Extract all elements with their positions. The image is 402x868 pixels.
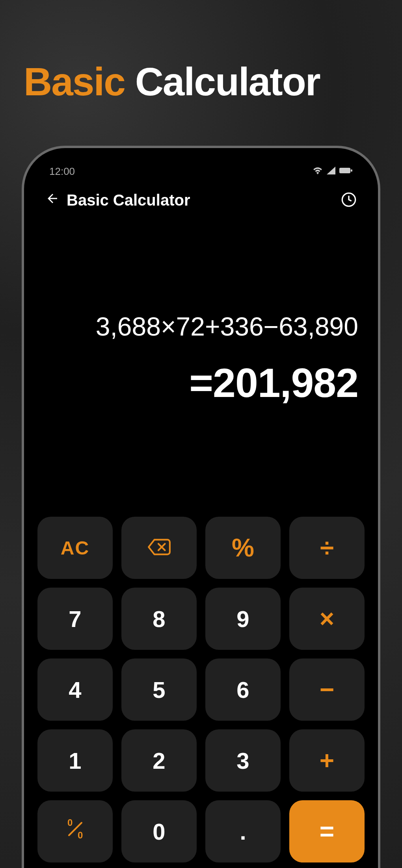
key-5[interactable]: 5 [121, 658, 197, 721]
key-fraction[interactable]: 0 0 [37, 800, 113, 862]
key-9[interactable]: 9 [205, 588, 281, 650]
promo-title: Basic Calculator [0, 0, 402, 104]
status-time: 12:00 [49, 165, 75, 178]
key-multiply[interactable]: × [289, 588, 365, 650]
key-4[interactable]: 4 [37, 658, 113, 721]
key-8[interactable]: 8 [121, 588, 197, 650]
multiply-icon: × [320, 604, 334, 633]
fraction-icon: 0 0 [63, 817, 87, 846]
plus-icon: + [320, 746, 334, 775]
key-plus[interactable]: + [289, 729, 365, 792]
key-divide[interactable]: ÷ [289, 517, 365, 579]
svg-text:0: 0 [67, 817, 73, 828]
key-equals[interactable]: = [289, 800, 365, 862]
key-0[interactable]: 0 [121, 800, 197, 862]
svg-rect-0 [339, 168, 350, 173]
key-1[interactable]: 1 [37, 729, 113, 792]
battery-icon [339, 167, 353, 176]
svg-text:0: 0 [78, 830, 83, 840]
keypad: AC % ÷ 7 8 9 × 4 5 6 − 1 2 3 + [30, 513, 372, 862]
key-percent[interactable]: % [205, 517, 281, 579]
minus-icon: − [320, 675, 334, 704]
key-dot[interactable]: . [205, 800, 281, 862]
display-area: 3,688×72+336−63,890 =201,982 [30, 219, 372, 513]
key-6[interactable]: 6 [205, 658, 281, 721]
promo-accent: Basic [24, 59, 125, 104]
percent-icon: % [232, 533, 254, 562]
status-icons [313, 167, 353, 176]
backspace-icon [147, 535, 171, 561]
phone-screen: 12:00 Basic Calculator [30, 154, 372, 862]
status-bar: 12:00 [30, 154, 372, 181]
key-minus[interactable]: − [289, 658, 365, 721]
app-header: Basic Calculator [30, 181, 372, 219]
expression-text: 3,688×72+336−63,890 [44, 310, 358, 344]
back-arrow-icon[interactable] [45, 191, 60, 209]
screen-title: Basic Calculator [67, 191, 190, 209]
promo-rest: Calculator [135, 59, 320, 104]
history-icon[interactable] [341, 192, 357, 209]
key-ac[interactable]: AC [37, 517, 113, 579]
key-2[interactable]: 2 [121, 729, 197, 792]
key-7[interactable]: 7 [37, 588, 113, 650]
key-backspace[interactable] [121, 517, 197, 579]
svg-rect-1 [351, 169, 352, 172]
signal-icon [327, 167, 335, 176]
wifi-icon [313, 167, 323, 176]
divide-icon: ÷ [320, 533, 334, 562]
key-3[interactable]: 3 [205, 729, 281, 792]
equals-icon: = [320, 817, 334, 846]
result-text: =201,982 [44, 360, 358, 406]
phone-frame: 12:00 Basic Calculator [22, 146, 380, 868]
